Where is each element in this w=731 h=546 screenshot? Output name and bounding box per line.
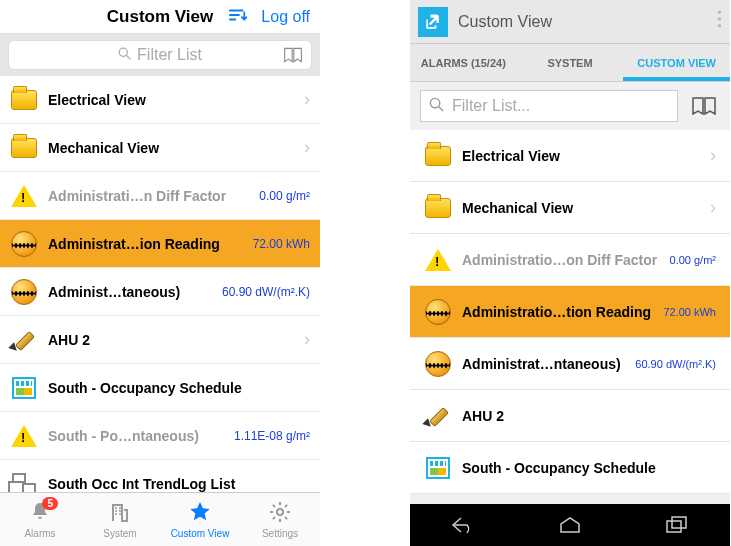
wave-icon <box>424 350 452 378</box>
wave-icon <box>424 298 452 326</box>
android-tabs: ALARMS (15/24) SYSTEM CUSTOM VIEW <box>410 44 730 82</box>
list-item[interactable]: AHU 2› <box>0 316 320 364</box>
chevron-right-icon: › <box>304 137 310 158</box>
star-icon <box>188 500 212 528</box>
item-label: AHU 2 <box>48 332 298 348</box>
list-item[interactable]: South - Occupancy Schedule <box>0 364 320 412</box>
search-bar: Filter List... <box>410 82 730 130</box>
list-item[interactable]: Mechanical View› <box>0 124 320 172</box>
filter-placeholder: Filter List... <box>452 97 530 115</box>
cal-icon <box>10 374 38 402</box>
list-item[interactable]: AHU 2 <box>410 390 730 442</box>
cal-icon <box>424 454 452 482</box>
svg-point-5 <box>718 24 722 28</box>
bookmark-icon[interactable] <box>688 92 720 120</box>
tab-alarms[interactable]: ALARMS (15/24) <box>410 44 517 81</box>
pen-icon <box>424 402 452 430</box>
svg-line-7 <box>439 106 443 110</box>
item-value: 60.90 dW/(m².K) <box>635 358 716 370</box>
tab-label: Settings <box>262 528 298 539</box>
gear-icon <box>268 500 292 528</box>
item-label: South Occ Int TrendLog List <box>48 476 310 492</box>
building-icon <box>108 500 132 528</box>
chevron-right-icon: › <box>304 329 310 350</box>
list-item[interactable]: South Occ Int TrendLog List <box>0 460 320 492</box>
app-icon <box>418 7 448 37</box>
tab-label: Custom View <box>171 528 230 539</box>
tab-custom-view[interactable]: Custom View <box>160 493 240 546</box>
search-icon <box>429 97 444 116</box>
alarms-badge: 5 <box>42 497 58 510</box>
filter-placeholder: Filter List <box>137 46 202 64</box>
item-label: Mechanical View <box>48 140 298 156</box>
item-label: South - Po…ntaneous) <box>48 428 230 444</box>
folder-icon <box>10 134 38 162</box>
item-label: Administratio…tion Reading <box>462 304 659 320</box>
tab-settings[interactable]: Settings <box>240 493 320 546</box>
tab-bar: 5 Alarms System Custom View Settings <box>0 492 320 546</box>
item-value: 0.00 g/m² <box>670 254 716 266</box>
recents-button[interactable] <box>662 513 692 537</box>
svg-point-3 <box>718 10 722 14</box>
item-label: Administrati…n Diff Factor <box>48 188 255 204</box>
svg-line-1 <box>127 56 131 60</box>
ios-header: Custom View Log off <box>0 0 320 34</box>
wave-icon <box>10 278 38 306</box>
list-item[interactable]: Administrat…ntaneous)60.90 dW/(m².K) <box>410 338 730 390</box>
list-item[interactable]: Mechanical View› <box>410 182 730 234</box>
home-button[interactable] <box>555 513 585 537</box>
list-item[interactable]: Administratio…tion Reading72.00 kWh <box>410 286 730 338</box>
warn-icon <box>424 246 452 274</box>
search-bar: Filter List <box>0 34 320 76</box>
list-item[interactable]: South - Po…ntaneous)1.11E-08 g/m² <box>0 412 320 460</box>
overflow-menu-icon[interactable] <box>717 10 722 33</box>
item-value: 1.11E-08 g/m² <box>234 429 310 443</box>
tab-system[interactable]: System <box>80 493 160 546</box>
item-value: 72.00 kWh <box>253 237 310 251</box>
page-title: Custom View <box>458 13 717 31</box>
folder-icon <box>424 142 452 170</box>
folder-icon <box>10 86 38 114</box>
item-label: Mechanical View <box>462 200 704 216</box>
list-item[interactable]: Electrical View› <box>0 76 320 124</box>
item-label: Electrical View <box>462 148 704 164</box>
warn-icon <box>10 182 38 210</box>
chevron-right-icon: › <box>710 197 716 218</box>
tab-label: System <box>103 528 136 539</box>
list-item[interactable]: Electrical View› <box>410 130 730 182</box>
custom-view-list[interactable]: Electrical View›Mechanical View›Administ… <box>410 130 730 504</box>
logoff-button[interactable]: Log off <box>261 8 310 26</box>
svg-point-4 <box>718 17 722 21</box>
list-item[interactable]: Administratio…on Diff Factor0.00 g/m² <box>410 234 730 286</box>
tab-label: SYSTEM <box>547 57 592 69</box>
sort-icon[interactable] <box>229 8 247 26</box>
tree-icon <box>10 470 38 493</box>
chevron-right-icon: › <box>304 89 310 110</box>
tab-label: Alarms <box>24 528 55 539</box>
bookmark-icon[interactable] <box>283 45 303 69</box>
pen-icon <box>10 326 38 354</box>
wave-icon <box>10 230 38 258</box>
item-label: Administratio…on Diff Factor <box>462 252 666 268</box>
item-value: 0.00 g/m² <box>259 189 310 203</box>
svg-rect-9 <box>672 517 686 528</box>
item-value: 60.90 dW/(m².K) <box>222 285 310 299</box>
svg-point-6 <box>430 98 439 107</box>
item-value: 72.00 kWh <box>663 306 716 318</box>
item-label: Administrat…ntaneous) <box>462 356 631 372</box>
tab-system[interactable]: SYSTEM <box>517 44 624 81</box>
item-label: Administrat…ion Reading <box>48 236 249 252</box>
list-item[interactable]: South - Occupancy Schedule <box>410 442 730 494</box>
back-button[interactable] <box>448 513 478 537</box>
filter-input[interactable]: Filter List... <box>420 90 678 122</box>
tab-custom-view[interactable]: CUSTOM VIEW <box>623 44 730 81</box>
tab-label: CUSTOM VIEW <box>637 57 716 69</box>
svg-point-2 <box>277 509 283 515</box>
folder-icon <box>424 194 452 222</box>
custom-view-list[interactable]: Electrical View›Mechanical View›Administ… <box>0 76 320 492</box>
list-item[interactable]: Administ…taneous)60.90 dW/(m².K) <box>0 268 320 316</box>
tab-alarms[interactable]: 5 Alarms <box>0 493 80 546</box>
list-item[interactable]: Administrati…n Diff Factor0.00 g/m² <box>0 172 320 220</box>
filter-input[interactable]: Filter List <box>8 40 312 70</box>
list-item[interactable]: Administrat…ion Reading72.00 kWh <box>0 220 320 268</box>
